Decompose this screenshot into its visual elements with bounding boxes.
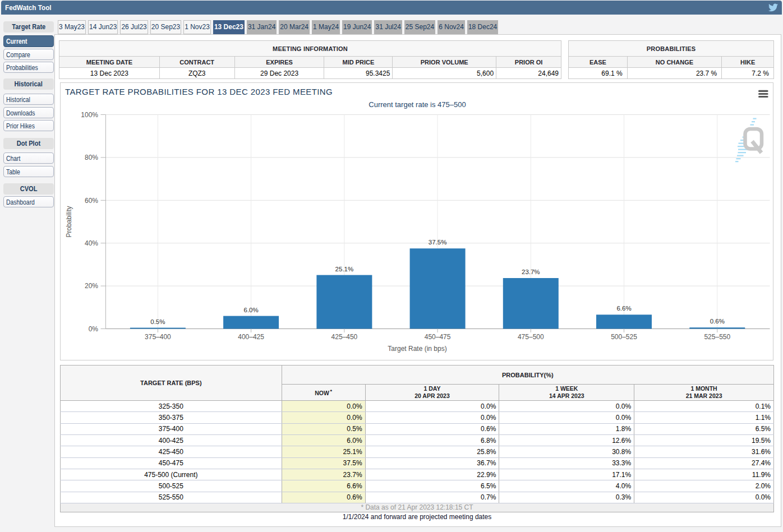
svg-text:100%: 100% (81, 111, 98, 119)
svg-text:375–400: 375–400 (145, 333, 171, 341)
svg-text:400–425: 400–425 (238, 333, 264, 341)
svg-text:6.0%: 6.0% (243, 307, 258, 313)
svg-text:40%: 40% (85, 239, 98, 247)
svg-text:500–525: 500–525 (611, 333, 637, 341)
svg-text:0%: 0% (89, 325, 99, 333)
svg-text:60%: 60% (85, 197, 98, 205)
svg-text:425–450: 425–450 (331, 333, 358, 341)
svg-text:TARGET RATE PROBABILITIES FOR: TARGET RATE PROBABILITIES FOR 13 DEC 202… (65, 87, 333, 96)
svg-text:20%: 20% (85, 282, 98, 290)
svg-text:450–475: 450–475 (425, 333, 451, 341)
svg-text:23.7%: 23.7% (522, 269, 540, 275)
svg-text:Current target rate is 475–500: Current target rate is 475–500 (369, 100, 466, 109)
svg-text:25.1%: 25.1% (335, 266, 354, 272)
svg-text:Probability: Probability (65, 206, 73, 237)
svg-text:80%: 80% (85, 154, 98, 161)
svg-text:37.5%: 37.5% (429, 239, 447, 246)
svg-text:525–550: 525–550 (704, 333, 730, 341)
svg-text:475–500: 475–500 (518, 333, 544, 341)
svg-text:6.6%: 6.6% (616, 305, 631, 312)
svg-text:Target Rate (in bps): Target Rate (in bps) (388, 345, 446, 353)
svg-text:0.6%: 0.6% (710, 318, 725, 325)
svg-text:0.5%: 0.5% (150, 318, 165, 325)
